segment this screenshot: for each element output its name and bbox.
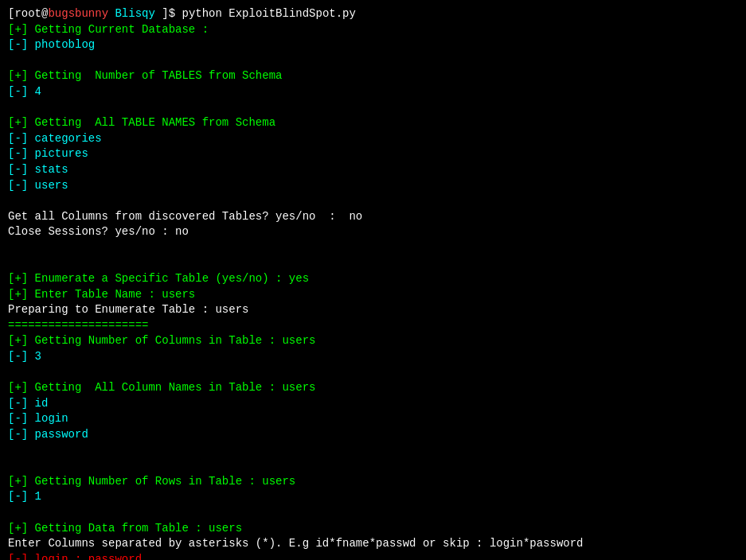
output-line-23: [+] Getting Data from Table : users (8, 521, 738, 537)
output-line-6: [-] categories (8, 131, 738, 147)
output-line-11: Close Sessions? yes/no : no (8, 224, 738, 240)
command-prompt-line: [root@bugsbunny Blisqy ]$ python Exploit… (8, 6, 738, 22)
output-line-13: [+] Enter Table Name : users (8, 287, 738, 303)
prompt-root: root (14, 7, 41, 20)
separator-line: ===================== (8, 318, 738, 334)
output-line-7: [-] pictures (8, 146, 738, 162)
prompt-dollar: $ (169, 7, 182, 20)
prompt-user: Blisqy (108, 7, 155, 20)
blank-3 (8, 193, 738, 209)
command-text: python ExploitBlindSpot.py (182, 7, 355, 20)
blank-6 (8, 365, 738, 381)
blank-4 (8, 240, 738, 256)
output-line-22: [-] 1 (8, 489, 738, 505)
output-line-24: Enter Columns separated by asterisks (*)… (8, 536, 738, 552)
output-line-3: [+] Getting Number of TABLES from Schema (8, 68, 738, 84)
output-line-1: [+] Getting Current Database : (8, 22, 738, 38)
output-line-21: [+] Getting Number of Rows in Table : us… (8, 474, 738, 490)
blank-8 (8, 458, 738, 474)
output-line-15: [+] Getting Number of Columns in Table :… (8, 333, 738, 349)
output-line-17: [+] Getting All Column Names in Table : … (8, 380, 738, 396)
output-line-9: [-] users (8, 178, 738, 194)
terminal-window: [root@bugsbunny Blisqy ]$ python Exploit… (0, 0, 746, 560)
prompt-close-bracket: ] (155, 7, 169, 20)
blank-5 (8, 256, 738, 272)
output-line-25: [-] login : password (8, 552, 738, 560)
output-line-12: [+] Enumerate a Specific Table (yes/no) … (8, 271, 738, 287)
output-line-10: Get all Columns from discovered Tables? … (8, 209, 738, 225)
blank-1 (8, 53, 738, 69)
blank-9 (8, 505, 738, 521)
output-line-20: [-] password (8, 427, 738, 443)
output-line-4: [-] 4 (8, 84, 738, 100)
output-line-19: [-] login (8, 411, 738, 427)
output-line-16: [-] 3 (8, 349, 738, 365)
blank-7 (8, 443, 738, 459)
output-line-14: Preparing to Enumerate Table : users (8, 302, 738, 318)
output-line-2: [-] photoblog (8, 37, 738, 53)
output-line-5: [+] Getting All TABLE NAMES from Schema (8, 115, 738, 131)
output-line-18: [-] id (8, 396, 738, 412)
blank-2 (8, 100, 738, 116)
output-line-8: [-] stats (8, 162, 738, 178)
prompt-host: bugsbunny (48, 7, 108, 20)
